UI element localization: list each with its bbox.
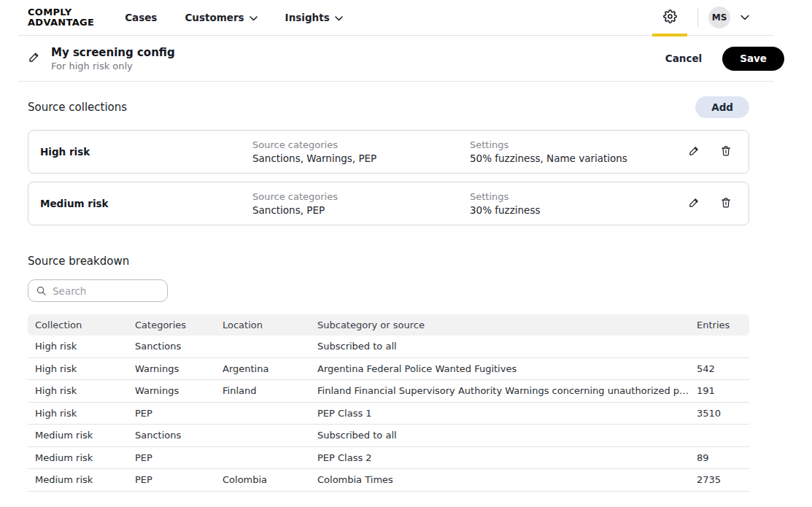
table-cell: Colombia [223, 474, 317, 485]
table-body: High riskSanctionsSubscribed to allHigh … [28, 336, 749, 492]
edit-title-button[interactable] [28, 50, 41, 66]
source-collections-title: Source collections [28, 101, 127, 114]
trash-icon [720, 196, 732, 211]
chevron-down-icon [335, 12, 343, 23]
table-cell: Subscribed to all [317, 341, 697, 352]
collection-card-high-risk: High risk Source categories Sanctions, W… [28, 130, 749, 174]
table-cell: 3510 [697, 408, 749, 419]
table-cell: PEP Class 2 [317, 452, 697, 463]
collection-categories: Source categories Sanctions, Warnings, P… [252, 139, 470, 164]
column-header: Collection [35, 320, 135, 330]
table-cell: 542 [697, 363, 749, 374]
settings-value: 30% fuzziness [470, 204, 688, 216]
nav-item-insights[interactable]: Insights [285, 12, 343, 23]
table-cell: PEP [135, 452, 223, 463]
table-header-row: CollectionCategoriesLocationSubcategory … [28, 314, 749, 336]
collection-settings: Settings 30% fuzziness [470, 191, 688, 216]
column-header: Subcategory or source [317, 320, 697, 330]
account-chevron-down-icon[interactable] [741, 15, 749, 20]
categories-value: Sanctions, Warnings, PEP [252, 152, 470, 164]
breakdown-table: CollectionCategoriesLocationSubcategory … [28, 314, 749, 492]
table-cell: High risk [35, 363, 135, 374]
table-cell: Medium risk [35, 474, 135, 485]
source-collections-header: Source collections Add [0, 96, 812, 118]
delete-collection-button[interactable] [720, 196, 732, 211]
nav-divider [697, 8, 698, 27]
edit-collection-button[interactable] [688, 196, 700, 211]
settings-label: Settings [470, 191, 688, 202]
table-row: High riskSanctionsSubscribed to all [28, 336, 749, 358]
avatar[interactable]: MS [708, 7, 730, 28]
table-cell: 2735 [697, 474, 749, 485]
table-cell: Argentina [223, 363, 317, 374]
table-cell: Finland [223, 385, 317, 396]
logo-line-1: COMPLY [28, 7, 94, 18]
categories-label: Source categories [252, 191, 470, 202]
table-row: High riskWarningsFinlandFinland Financia… [28, 380, 749, 403]
table-cell: PEP Class 1 [317, 408, 697, 419]
pencil-icon [28, 50, 41, 66]
save-button[interactable]: Save [722, 47, 784, 71]
page-subtitle: For high risk only [51, 61, 175, 71]
table-cell: PEP [135, 408, 223, 419]
nav-item-label: Cases [125, 12, 157, 23]
table-row: High riskPEPPEP Class 13510 [28, 403, 749, 425]
add-collection-button[interactable]: Add [695, 96, 749, 118]
settings-label: Settings [470, 139, 688, 150]
config-title-block: My screening config For high risk only [51, 46, 175, 71]
table-cell: 89 [697, 452, 749, 463]
nav-item-cases[interactable]: Cases [125, 12, 157, 23]
card-actions [688, 144, 735, 159]
column-header: Entries [697, 320, 749, 330]
table-cell: Sanctions [135, 430, 223, 441]
table-row: High riskWarningsArgentinaArgentina Fede… [28, 358, 749, 381]
collection-name: High risk [40, 146, 252, 158]
trash-icon [720, 144, 732, 159]
active-tab-indicator [652, 34, 687, 36]
config-header: My screening config For high risk only C… [0, 36, 812, 81]
header-actions: Cancel Save [665, 47, 784, 71]
table-cell: Medium risk [35, 452, 135, 463]
table-row: Medium riskPEPColombiaColombia Times2735 [28, 469, 749, 492]
collection-settings: Settings 50% fuzziness, Name variations [470, 139, 688, 164]
chevron-down-icon [250, 12, 258, 23]
gear-icon [663, 9, 677, 26]
search-icon [36, 285, 47, 296]
nav-item-customers[interactable]: Customers [185, 12, 257, 23]
table-cell: Medium risk [35, 430, 135, 441]
table-cell: High risk [35, 408, 135, 419]
table-cell: Warnings [135, 385, 223, 396]
nav-item-label: Insights [285, 12, 330, 23]
logo-line-2: ADVANTAGE [28, 18, 94, 28]
card-actions [688, 196, 735, 211]
categories-label: Source categories [252, 139, 470, 150]
table-cell: Warnings [135, 363, 223, 374]
page-title: My screening config [51, 46, 175, 59]
pencil-icon [688, 144, 700, 159]
collection-categories: Source categories Sanctions, PEP [252, 191, 470, 216]
search-input[interactable] [53, 285, 160, 297]
table-cell: High risk [35, 341, 135, 352]
collection-card-medium-risk: Medium risk Source categories Sanctions,… [28, 182, 749, 225]
top-nav: COMPLY ADVANTAGE Cases Customers Insight… [0, 0, 812, 35]
search-box [28, 279, 168, 302]
settings-button[interactable] [652, 9, 687, 26]
edit-collection-button[interactable] [688, 144, 700, 159]
table-cell: Sanctions [135, 341, 223, 352]
table-row: Medium riskSanctionsSubscribed to all [28, 425, 749, 447]
comply-advantage-logo[interactable]: COMPLY ADVANTAGE [28, 7, 94, 27]
table-row: Medium riskPEPPEP Class 289 [28, 447, 749, 470]
table-cell: PEP [135, 474, 223, 485]
table-cell: Argentina Federal Police Wanted Fugitive… [317, 363, 697, 374]
nav-right: MS [652, 7, 784, 28]
column-header: Categories [135, 320, 223, 330]
column-header: Location [223, 320, 317, 330]
pencil-icon [688, 196, 700, 211]
avatar-initials: MS [712, 12, 727, 23]
collection-name: Medium risk [40, 198, 252, 209]
cancel-button[interactable]: Cancel [665, 53, 702, 64]
nav-item-label: Customers [185, 12, 244, 23]
table-cell: Finland Financial Supervisory Authority … [317, 385, 697, 396]
header-separator [18, 81, 773, 82]
delete-collection-button[interactable] [720, 144, 732, 159]
